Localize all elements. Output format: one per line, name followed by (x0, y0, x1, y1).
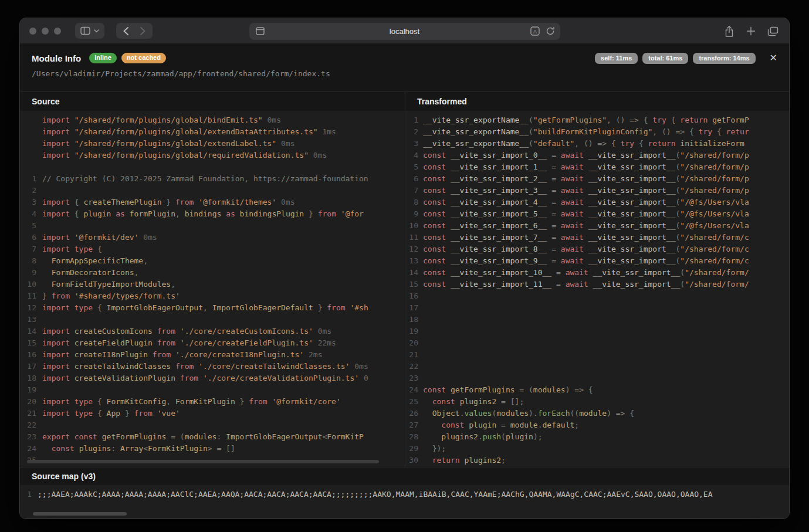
module-file-path: /Users/vladimir/Projects/zammad/app/fron… (32, 69, 777, 78)
timing-transform-badge: transform: 14ms (693, 53, 755, 64)
line-number: 19 (20, 384, 42, 396)
line-number: 5 (20, 220, 42, 232)
line-number: 23 (405, 372, 423, 384)
page-title: Module Info (32, 53, 81, 63)
code-text: const __vite_ssr_import_3__ = await __vi… (423, 185, 789, 196)
line-number: 4 (405, 150, 423, 161)
code-line: 10 FormFieldTypeImportModules, (20, 279, 405, 290)
code-text: const plugins2 = []; (423, 396, 789, 408)
line-number: 22 (405, 361, 423, 372)
line-number: 20 (20, 396, 42, 408)
code-text: import type { ImportGlobEagerOutput, Imp… (42, 302, 405, 314)
line-number: 21 (405, 349, 423, 361)
code-line: 13 (20, 314, 405, 326)
line-number: 19 (405, 326, 423, 337)
code-line: 3__vite_ssr_exportName__("default", () =… (405, 138, 789, 150)
code-line: 24const getFormPlugins = (modules) => { (405, 384, 789, 396)
inspect-page: Module Info inline not cached self: 11ms… (20, 44, 789, 519)
code-text: import createValidationPlugin from './co… (42, 372, 405, 384)
code-line: 8 FormAppSpecificTheme, (20, 255, 405, 267)
code-text: import "/shared/form/plugins/global/exte… (42, 126, 405, 138)
line-number: 18 (20, 372, 42, 384)
code-text: // Copyright (C) 2012-2025 Zammad Founda… (42, 173, 405, 185)
desktop: { "browser": { "url": "localhost" }, "he… (0, 0, 809, 532)
code-text: const __vite_ssr_import_11__ = await __v… (423, 279, 789, 290)
code-text: import type { App } from 'vue' (42, 408, 405, 419)
code-text: return plugins2; (423, 455, 789, 466)
line-number: 2 (20, 185, 42, 196)
line-number: 1 (20, 489, 38, 500)
line-number: 24 (405, 384, 423, 396)
code-line: 22 (405, 361, 789, 372)
code-line: 1// Copyright (C) 2012-2025 Zammad Found… (20, 173, 405, 185)
code-line: 24 const plugins: Array<FormKitPlugin> =… (20, 443, 405, 455)
line-number: 11 (405, 232, 423, 243)
code-panels: Source import "/shared/form/plugins/glob… (20, 92, 789, 467)
code-line: 23export const getFormPlugins = (modules… (20, 431, 405, 443)
close-button[interactable]: ✕ (770, 53, 777, 63)
timing-self-badge: self: 11ms (595, 53, 638, 64)
line-number: 1 (405, 114, 423, 126)
line-number: 26 (405, 408, 423, 419)
line-number (20, 138, 42, 150)
line-number: 14 (405, 267, 423, 279)
code-line: 1;;;AAEA;AAAkC;AAAA;AAAA;AAAA;AAClC;AAEA… (20, 489, 789, 500)
sidebar-toggle-button[interactable] (75, 23, 104, 39)
source-code: import "/shared/form/plugins/global/bind… (20, 111, 405, 467)
close-window-button[interactable] (29, 28, 36, 35)
code-line: 19 (20, 384, 405, 396)
translate-icon[interactable]: A (530, 26, 540, 38)
line-number: 30 (405, 455, 423, 466)
code-text: import type { FormKitConfig, FormKitPlug… (42, 396, 405, 408)
window-controls (29, 28, 61, 35)
code-line: 26 Object.values(modules).forEach((modul… (405, 408, 789, 419)
back-button[interactable] (123, 26, 129, 36)
code-line: 7const __vite_ssr_import_3__ = await __v… (405, 185, 789, 196)
code-line: 16import createI18nPlugin from './core/c… (20, 349, 405, 361)
line-number: 17 (405, 302, 423, 314)
code-line: 21import type { App } from 'vue' (20, 408, 405, 419)
code-text: __vite_ssr_exportName__("default", () =>… (423, 138, 789, 150)
code-line: 11const __vite_ssr_import_7__ = await __… (405, 232, 789, 243)
code-text: const __vite_ssr_import_9__ = await __vi… (423, 255, 789, 267)
line-number: 3 (405, 138, 423, 150)
reload-icon[interactable] (546, 26, 555, 38)
source-panel-title: Source (20, 92, 405, 111)
code-line: import "/shared/form/plugins/global/bind… (20, 114, 405, 126)
transformed-code: 1__vite_ssr_exportName__("getFormPlugins… (405, 111, 789, 467)
forward-button[interactable] (140, 26, 146, 36)
line-number: 20 (405, 337, 423, 349)
line-number: 13 (405, 255, 423, 267)
browser-toolbar: localhost A (20, 18, 789, 44)
code-line: 22 (20, 419, 405, 431)
sourcemap-hscrollbar-thumb[interactable] (33, 512, 127, 516)
code-line: 14const __vite_ssr_import_10__ = await _… (405, 267, 789, 279)
browser-window: localhost A (19, 18, 790, 519)
code-line: 4const __vite_ssr_import_0__ = await __v… (405, 150, 789, 161)
code-line: 9const __vite_ssr_import_5__ = await __v… (405, 208, 789, 220)
code-text: const plugins: Array<FormKitPlugin> = [] (42, 443, 405, 455)
code-text: import "/shared/form/plugins/global/requ… (42, 150, 405, 161)
code-line: 25 const plugins2 = []; (405, 396, 789, 408)
code-line: 9 FormDecoratorIcons, (20, 267, 405, 279)
address-bar[interactable]: localhost A (249, 23, 560, 40)
line-number: 28 (405, 431, 423, 443)
code-text (423, 361, 789, 372)
zoom-window-button[interactable] (54, 28, 61, 35)
tab-overview-icon (767, 26, 778, 36)
code-text: import { plugin as formPlugin, bindings … (42, 208, 405, 220)
line-number: 13 (20, 314, 42, 326)
code-text (423, 326, 789, 337)
line-number: 17 (20, 361, 42, 372)
tab-overview-button[interactable] (767, 26, 778, 36)
line-number: 29 (405, 443, 423, 455)
minimize-window-button[interactable] (42, 28, 49, 35)
code-text: Object.values(modules).forEach((module) … (423, 408, 789, 419)
share-button[interactable] (724, 25, 734, 38)
url-text: localhost (249, 23, 560, 40)
line-number: 12 (20, 302, 42, 314)
code-line: 19 (405, 326, 789, 337)
source-hscrollbar-thumb[interactable] (27, 460, 379, 463)
new-tab-button[interactable] (746, 26, 756, 36)
code-line: 11} from '#shared/types/form.ts' (20, 290, 405, 302)
